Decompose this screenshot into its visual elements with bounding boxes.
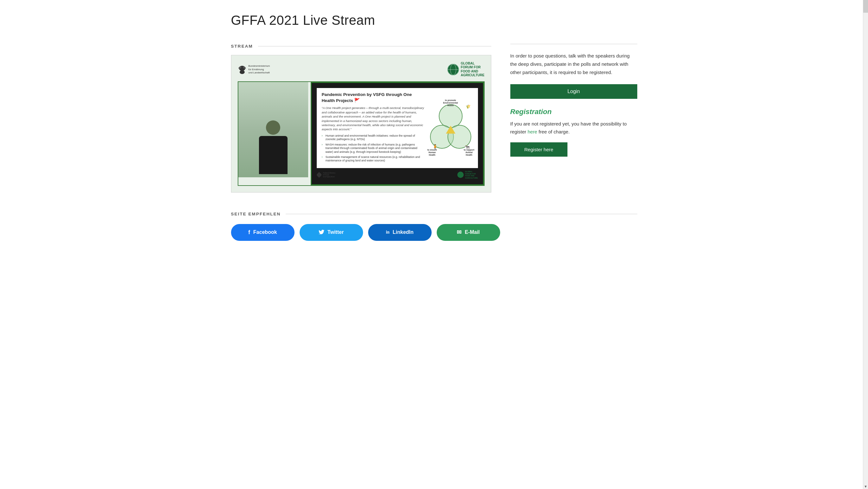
twitter-share-button[interactable]: Twitter [300,224,363,241]
stream-container: Bundesministerium für Ernährung und Land… [231,55,491,193]
login-button[interactable]: Login [510,84,637,99]
german-eagle-icon [238,64,247,75]
linkedin-label: LinkedIn [393,229,413,235]
speaker-webcam [238,82,308,177]
share-section-label: SEITE EMPFEHLEN [231,211,281,217]
share-header-line [286,214,637,214]
registration-title: Registration [510,108,637,116]
slide-bullet-3: Sustainable management of scarce natural… [322,155,425,163]
slide-bullets: Human animal and environmental health in… [322,134,425,163]
slide-bullet-1: Human animal and environmental health in… [322,134,425,141]
facebook-label: Facebook [253,229,277,235]
page-title: GFFA 2021 Live Stream [231,13,637,28]
right-panel: In order to pose questions, talk with th… [510,44,637,156]
slide-presentation: Pandemic Prevention by VSFG through One … [311,82,484,185]
slide-text: Pandemic Prevention by VSFG through One … [322,92,425,164]
gffa-logo-text: GLOBAL FORUM FOR FOOD AND AGRICULTURE [461,62,485,78]
info-text: In order to pose questions, talk with th… [510,52,637,77]
stream-section-header: STREAM [231,44,491,49]
share-section-header: SEITE EMPFEHLEN [231,211,637,217]
linkedin-share-button[interactable]: in LinkedIn [368,224,432,241]
slide-title: Pandemic Prevention by VSFG through One … [322,92,425,103]
flag-icon: 🚩 [354,98,360,103]
slide-bullet-2: WASH measures: reduce the risk of infect… [322,143,425,154]
registration-text-after: free of charge. [537,129,570,135]
share-section: SEITE EMPFEHLEN f Facebook Twitter in Li… [231,211,637,254]
slide-quote: "A One Health project generates – throug… [322,106,425,132]
facebook-icon: f [248,229,250,236]
gffa-logo: GLOBAL FORUM FOR FOOD AND AGRICULTURE [447,62,485,78]
video-player[interactable]: Pandemic Prevention by VSFG through One … [238,81,485,186]
email-label: E-Mail [465,229,479,235]
register-button[interactable]: Register here [510,142,567,156]
email-share-button[interactable]: ✉ E-Mail [437,224,500,241]
registration-text: If you are not registered yet, you have … [510,120,637,136]
venn-diagram: to promoteEnvironmentalHealth 🌾 to ensur… [429,92,473,164]
facebook-share-button[interactable]: f Facebook [231,224,294,241]
twitter-label: Twitter [328,229,344,235]
stream-header-line [258,46,491,47]
gov-logo-text: Bundesministerium für Ernährung und Land… [248,64,270,74]
slide-content: Pandemic Prevention by VSFG through One … [317,88,478,168]
registration-link[interactable]: here [527,129,537,135]
share-buttons-group: f Facebook Twitter in LinkedIn ✉ E-Mail [231,224,637,241]
scrollbar-thumb[interactable] [863,0,868,13]
gffa-globe-icon [447,64,459,75]
stream-top-bar: Bundesministerium für Ernährung und Land… [238,62,485,78]
slide-logos-bottom: Federal Ministryof Foodand Agriculture G… [317,171,478,179]
twitter-icon [319,229,324,236]
svg-point-1 [240,70,245,74]
stream-section: STREAM [231,44,491,193]
scrollbar[interactable]: ▲ ▼ [863,0,868,254]
gov-logo: Bundesministerium für Ernährung und Land… [238,64,270,75]
email-icon: ✉ [457,229,461,236]
linkedin-icon: in [386,230,390,235]
stream-label: STREAM [231,44,253,49]
right-panel-top-line [510,44,637,44]
